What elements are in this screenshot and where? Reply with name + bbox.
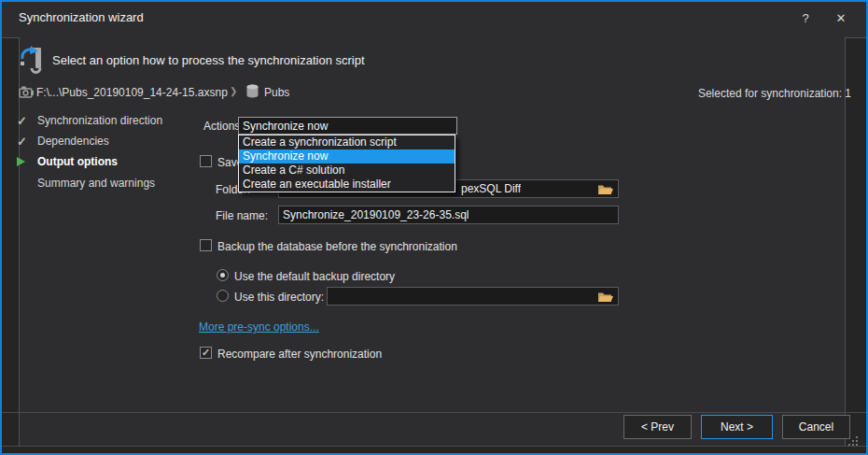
- status-strip: [2, 447, 866, 453]
- dropdown-option-create-script[interactable]: Create a synchronization script: [239, 135, 455, 149]
- use-this-directory-radio[interactable]: [217, 290, 229, 302]
- file-name-input[interactable]: Synchronize_20190109_23-26-35.sql: [278, 206, 619, 224]
- check-icon: ✓: [17, 114, 37, 128]
- backup-checkbox[interactable]: [200, 239, 212, 251]
- dropdown-option-synchronize-now[interactable]: Synchronize now: [239, 149, 455, 164]
- step-output-options: Output options: [17, 153, 118, 170]
- step-label: Output options: [37, 155, 118, 168]
- snapshot-camera-icon: [19, 85, 35, 103]
- check-icon: ✓: [17, 135, 37, 149]
- step-label: Synchronization direction: [37, 114, 162, 127]
- close-icon[interactable]: ✕: [831, 8, 851, 29]
- current-step-arrow-icon: [17, 153, 37, 170]
- more-presync-options-link[interactable]: More pre-sync options...: [199, 320, 319, 334]
- folder-icon: [597, 183, 614, 195]
- window-title: Synchronization wizard: [19, 10, 144, 24]
- sync-script-icon: [17, 43, 47, 78]
- default-backup-directory-label: Use the default backup directory: [234, 270, 395, 283]
- folder-icon: [597, 291, 614, 303]
- prev-button[interactable]: < Prev: [623, 415, 692, 439]
- footer-divider: [2, 412, 866, 413]
- recompare-checkbox-label: Recompare after synchronization: [217, 348, 382, 361]
- left-margin: [2, 38, 19, 446]
- synchronization-wizard-window: Synchronization wizard ? ✕ Select an opt…: [0, 0, 868, 455]
- database-icon: [245, 83, 259, 104]
- recompare-checkbox[interactable]: ✓: [200, 347, 212, 359]
- file-name-value: Synchronize_20190109_23-26-35.sql: [279, 208, 469, 221]
- step-dependencies: ✓ Dependencies: [17, 133, 109, 149]
- dropdown-option-csharp-solution[interactable]: Create a C# solution: [239, 164, 455, 178]
- step-synchronization-direction: ✓ Synchronization direction: [17, 112, 162, 129]
- save-checkbox[interactable]: [200, 155, 212, 167]
- actions-dropdown-value: Synchronize now: [239, 120, 456, 133]
- step-label: Summary and warnings: [37, 177, 155, 190]
- browse-folder-button[interactable]: [596, 182, 615, 196]
- cancel-button[interactable]: Cancel: [782, 415, 850, 439]
- breadcrumb-source: F:\...\Pubs_20190109_14-24-15.axsnp: [36, 86, 228, 99]
- next-button[interactable]: Next >: [701, 415, 773, 439]
- resize-grip[interactable]: [847, 434, 859, 450]
- file-name-label: File name:: [216, 209, 268, 222]
- step-label: Dependencies: [37, 135, 109, 148]
- actions-dropdown[interactable]: Synchronize now: [238, 117, 457, 135]
- page-title: Select an option how to process the sync…: [52, 53, 365, 67]
- actions-dropdown-popup: Create a synchronization script Synchron…: [238, 135, 455, 192]
- default-backup-directory-radio[interactable]: [217, 269, 229, 281]
- directory-input[interactable]: [327, 287, 619, 306]
- use-this-directory-label: Use this directory:: [234, 291, 324, 304]
- radio-selected-dot: [220, 273, 225, 277]
- chevron-right-icon: ❯: [230, 86, 237, 96]
- breadcrumb-target: Pubs: [264, 86, 289, 99]
- browse-directory-button[interactable]: [596, 290, 615, 304]
- help-icon[interactable]: ?: [795, 8, 816, 29]
- dropdown-option-executable-installer[interactable]: Create an executable installer: [239, 178, 455, 192]
- backup-checkbox-label: Backup the database before the synchroni…: [217, 240, 457, 253]
- selected-count: Selected for synchronization: 1: [644, 87, 851, 100]
- step-summary-warnings: Summary and warnings: [17, 175, 155, 192]
